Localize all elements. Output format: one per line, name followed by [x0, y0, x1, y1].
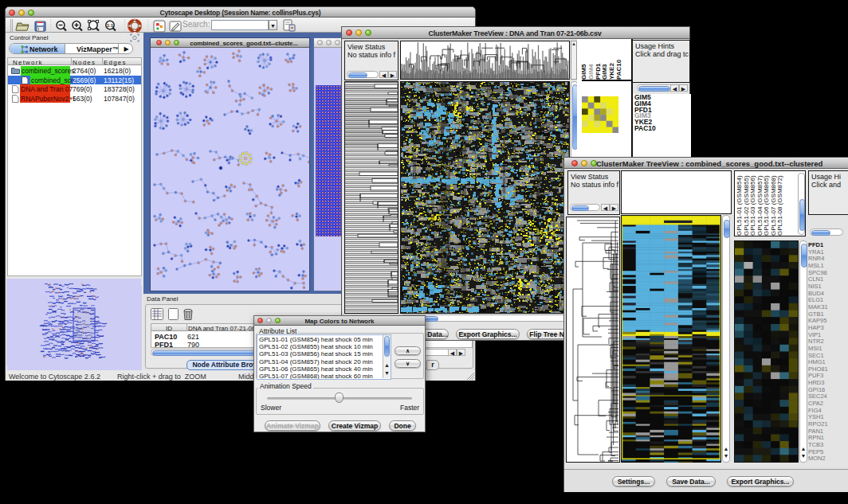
svg-text:1:1: 1:1 [107, 23, 113, 28]
